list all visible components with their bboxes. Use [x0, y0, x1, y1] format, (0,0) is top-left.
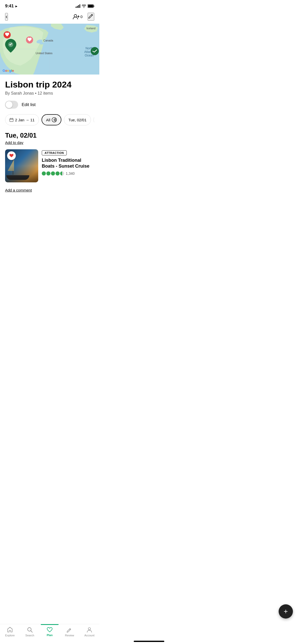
google-logo: Google [3, 69, 14, 72]
trip-meta: By Sarah Jonas • 12 items [5, 91, 94, 96]
add-person-icon [73, 14, 79, 20]
svg-point-15 [91, 47, 99, 55]
svg-point-21 [53, 118, 57, 121]
toggle-thumb [6, 101, 12, 108]
map-pin-red2[interactable] [25, 36, 34, 44]
heart-filled-icon [9, 154, 14, 158]
star-3 [51, 171, 55, 175]
wifi-icon [82, 5, 86, 8]
review-count: 1,340 [66, 171, 75, 175]
trip-author: By Sarah Jonas [5, 91, 34, 95]
stars [42, 171, 64, 175]
status-time: 9:41 ► [5, 4, 18, 9]
boat-hull [6, 175, 29, 180]
location-icon: ► [15, 4, 18, 8]
filter-tue-0201[interactable]: Tue, 02/01 [64, 114, 91, 125]
star-2 [46, 171, 50, 175]
status-bar: 9:41 ► [0, 0, 99, 11]
star-1 [42, 171, 46, 175]
map-label-canada: Canada [43, 39, 53, 42]
add-person-button[interactable]: 0 [73, 14, 83, 20]
date-filters: 2 Jan → 11 All Tue, 02/01 Wed, 03/01 [5, 114, 94, 125]
back-button[interactable]: ‹ [5, 13, 8, 21]
add-to-day-link[interactable]: Add to day [5, 140, 23, 145]
signal-bars [76, 4, 80, 8]
filter-toggle-icon [52, 117, 57, 122]
star-5-half [60, 171, 64, 175]
filter-date-range[interactable]: 2 Jan → 11 [5, 114, 39, 125]
add-comment-link[interactable]: Add a comment [5, 188, 32, 192]
battery-icon [88, 4, 94, 8]
edit-list-label: Edit list [22, 102, 36, 107]
attraction-name: Lisbon Traditional Boats - Sunset Cruise [42, 157, 94, 169]
edit-row: Edit list [5, 101, 94, 109]
pencil-icon [88, 13, 94, 19]
header-actions: 0 [73, 13, 94, 21]
trip-title: Lisbon trip 2024 [5, 80, 94, 90]
edit-button[interactable] [88, 13, 94, 21]
map-label-us: United States [36, 52, 52, 55]
header-nav: ‹ 0 [0, 11, 99, 24]
day-title: Tue, 02/01 [5, 131, 94, 139]
svg-line-6 [91, 15, 92, 16]
rating-row: 1,340 [42, 171, 94, 175]
filter-wed-0301[interactable]: Wed, 03/01 [93, 114, 94, 125]
trip-item-count: 12 items [37, 91, 53, 95]
card-heart-button[interactable] [7, 151, 16, 160]
map-pin-red1[interactable] [3, 31, 11, 39]
map-pin-right-badge[interactable] [90, 47, 99, 56]
edit-list-toggle[interactable] [5, 101, 18, 109]
svg-point-9 [39, 42, 44, 45]
map-label-iceland: Iceland [87, 27, 96, 30]
svg-rect-2 [88, 5, 93, 7]
star-4 [56, 171, 60, 175]
svg-rect-1 [94, 6, 94, 7]
attraction-badge: ATTRACTION [42, 150, 67, 155]
card-info: ATTRACTION Lisbon Traditional Boats - Su… [42, 149, 94, 175]
boat-sail [8, 159, 14, 171]
card-image-wrap [5, 149, 38, 182]
day-section: Tue, 02/01 Add to day ATTRACTION [5, 131, 94, 193]
filter-date-range-label: 2 Jan → 11 [15, 118, 35, 122]
time-display: 9:41 [5, 4, 14, 9]
map-pin-green[interactable] [5, 39, 16, 53]
svg-rect-16 [10, 119, 13, 122]
status-icons [76, 4, 94, 8]
filter-all-label: All [46, 118, 50, 122]
main-content: Lisbon trip 2024 By Sarah Jonas • 12 ite… [0, 75, 99, 193]
filter-tue-label: Tue, 02/01 [68, 118, 86, 122]
calendar-icon [9, 118, 13, 122]
filter-all[interactable]: All [42, 114, 62, 125]
trip-separator: • [35, 91, 37, 95]
person-count: 0 [80, 14, 83, 19]
map-container[interactable]: Canada United States North Atlantic Ocea… [0, 24, 99, 75]
svg-point-3 [74, 14, 77, 17]
attraction-card[interactable]: ATTRACTION Lisbon Traditional Boats - Su… [5, 149, 94, 182]
